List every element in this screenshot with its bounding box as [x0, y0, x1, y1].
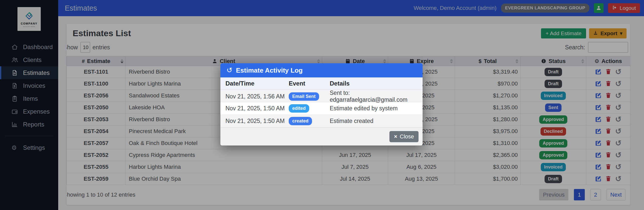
- event-badge: edited: [289, 104, 309, 113]
- event-cell: edited: [289, 104, 330, 113]
- activity-log-modal: ↺ Estimate Activity Log Date/TimeEventDe…: [220, 63, 423, 145]
- activity-datetime: Nov 21, 2025, 1:50 AM: [225, 118, 289, 124]
- activity-details: Sent to: edgarrafaelgarcia@gmail.com: [330, 90, 423, 103]
- modal-table-body: Nov 21, 2025, 1:56 AMEmail SentSent to: …: [220, 90, 423, 128]
- modal-column-date-time: Date/Time: [225, 80, 289, 87]
- activity-log-row: Nov 21, 2025, 1:50 AMeditedEstimate edit…: [220, 102, 423, 115]
- close-icon: ×: [394, 133, 397, 140]
- activity-datetime: Nov 21, 2025, 1:56 AM: [225, 93, 289, 100]
- close-label: Close: [400, 133, 414, 140]
- modal-column-event: Event: [289, 80, 330, 87]
- event-badge: created: [289, 117, 312, 125]
- modal-column-details: Details: [330, 80, 423, 87]
- activity-log-row: Nov 21, 2025, 1:56 AMEmail SentSent to: …: [220, 90, 423, 102]
- event-badge: Email Sent: [289, 92, 319, 101]
- activity-datetime: Nov 21, 2025, 1:50 AM: [225, 105, 289, 112]
- close-button[interactable]: × Close: [389, 131, 419, 142]
- activity-details: Estimate edited by system: [330, 105, 423, 112]
- history-icon: ↺: [226, 67, 232, 74]
- event-cell: Email Sent: [289, 92, 330, 101]
- modal-header: ↺ Estimate Activity Log: [220, 63, 423, 77]
- activity-details: Estimate created: [330, 118, 423, 124]
- modal-footer: × Close: [220, 128, 423, 145]
- modal-table-header: Date/TimeEventDetails: [220, 77, 423, 90]
- modal-title: Estimate Activity Log: [236, 67, 302, 74]
- activity-log-row: Nov 21, 2025, 1:50 AMcreatedEstimate cre…: [220, 115, 423, 128]
- event-cell: created: [289, 117, 330, 125]
